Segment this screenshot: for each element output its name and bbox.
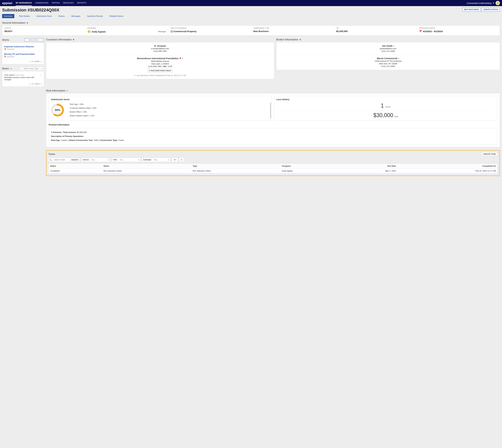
- external-link-icon[interactable]: ⤢: [182, 58, 183, 60]
- subtype-value: New Business: [253, 30, 332, 32]
- note-author: Andy Appian: [4, 74, 14, 76]
- tasks-panel: Tasks CREATE TASK 🔍 SEARCH STATUS Any ▾ …: [46, 150, 500, 176]
- premise-info: 1 Premises | Total Amount: $5,000,000 De…: [49, 128, 497, 144]
- update-status-button[interactable]: UPDATE STATUS: [482, 8, 500, 12]
- nav-submissions[interactable]: SUBMISSIONS: [35, 0, 49, 6]
- chevron-down-icon: ▾: [107, 159, 110, 161]
- refresh-icon: ⟳: [149, 70, 150, 72]
- notes-type-select[interactable]: --- Select Notes Type ---▾: [20, 67, 44, 70]
- assignee-value: Andy Appian: [92, 30, 106, 33]
- status-label: STATUS: [4, 27, 83, 29]
- page-title: Submission #SUB0224Q00X: [2, 8, 59, 13]
- tab-risk-details[interactable]: Risk Details: [17, 14, 32, 18]
- external-link-icon[interactable]: ⤢: [67, 90, 68, 92]
- nav-reports[interactable]: REPORTS: [77, 0, 86, 6]
- note-body: Reviewed sanction screen result with man…: [4, 76, 39, 81]
- refresh-icon[interactable]: ⟳: [179, 158, 184, 162]
- col-name[interactable]: Name: [102, 164, 191, 169]
- claims-count: 1: [381, 102, 384, 109]
- filter-status[interactable]: STATUS Any ▾: [81, 158, 110, 162]
- kebab-icon[interactable]: ⋮: [39, 74, 42, 76]
- avatar[interactable]: 🙂: [496, 1, 500, 5]
- nav-links: MY WORKBENCH SUBMISSIONS PARTIES MESSAGE…: [16, 0, 86, 6]
- check-icon: ✔: [134, 74, 136, 77]
- logo: appian: [2, 1, 12, 5]
- tab-related-actions[interactable]: Related Actions: [108, 14, 125, 18]
- pencil-icon[interactable]: ✎: [300, 39, 301, 41]
- notes-heading: Notes: [2, 67, 9, 70]
- nav-messages[interactable]: MESSAGES: [63, 0, 74, 6]
- calendar-icon: 📅: [4, 56, 6, 58]
- task-search-button[interactable]: SEARCH: [69, 158, 80, 162]
- dates-label: PROPOSED DATES: [419, 27, 498, 29]
- customer-contact-name: E. Arnaout: [46, 45, 274, 47]
- col-assignee[interactable]: Assignee: [280, 164, 340, 169]
- task-search-input[interactable]: [53, 158, 69, 162]
- tenant-name[interactable]: Connected Underwriting: [467, 2, 491, 4]
- broker-contact-name: Joe Dodd: [382, 45, 392, 47]
- tabs: Summary Risk Details Submission Docs His…: [2, 14, 500, 18]
- chevron-down-icon: ▾: [42, 39, 43, 41]
- plus-icon[interactable]: ＋: [10, 67, 12, 70]
- pencil-icon[interactable]: ✎: [73, 39, 74, 41]
- nav-my-workbench[interactable]: MY WORKBENCH: [16, 0, 32, 6]
- reassign-link[interactable]: Reassign: [158, 31, 166, 33]
- broker-org-name: Marsh Commercial: [377, 57, 397, 60]
- customer-card: E. Arnaout e.arnaout@test.com (123) 456-…: [46, 42, 274, 79]
- pencil-icon[interactable]: ✎: [27, 22, 28, 24]
- col-due[interactable]: Due Date: [340, 164, 398, 169]
- alerts-pager[interactable]: « ‹ 1 - 2 of 2 › »: [4, 60, 42, 63]
- risk-card: Submission Score 59% Roof Age = 18% Cust…: [46, 93, 500, 147]
- alerts-select[interactable]: --- Select Alerts ---▾: [24, 38, 44, 42]
- tab-history[interactable]: History: [57, 14, 66, 18]
- note-item: Andy Appian 6 Hours Ago Reviewed sanctio…: [4, 73, 42, 81]
- external-link-icon[interactable]: ⤢: [398, 58, 399, 60]
- col-completed[interactable]: Completed On: [398, 164, 498, 169]
- customer-contact-email: e.arnaout@test.com: [46, 48, 274, 50]
- tab-submission-docs[interactable]: Submission Docs: [34, 14, 53, 18]
- paid-amount: $30,000: [373, 112, 393, 118]
- task-search: 🔍 SEARCH: [48, 158, 80, 162]
- subtype-label: SUBMISSION TYPE: [253, 27, 332, 29]
- building-icon: 🏢: [170, 30, 172, 33]
- run-sanctions-button[interactable]: ⟳ RUN SANCTIONS CHECK: [147, 69, 173, 73]
- score-factor-list: Roof Age = 18% Customer Address State = …: [67, 102, 96, 118]
- filter-icon[interactable]: ▼▾: [172, 158, 178, 162]
- loss-history-card: Loss History 1 claims $30,000 paid: [274, 96, 497, 121]
- tasks-table: Status Name Type Assignee Due Date Compl…: [48, 163, 498, 173]
- customer-heading: Customer Information: [46, 38, 72, 41]
- filter-type[interactable]: TYPE Any ▾: [111, 158, 140, 162]
- risk-heading: Risk Information: [46, 89, 65, 92]
- create-task-button[interactable]: CREATE TASK: [481, 152, 498, 156]
- avatar-icon: 🙂: [87, 30, 91, 33]
- notes-pager[interactable]: « ‹ 1 - 1 of 1 › »: [4, 83, 42, 85]
- tiv-label: TIV: [336, 27, 415, 29]
- tab-sanctions-results[interactable]: Sanctions Results: [85, 14, 105, 18]
- edit-watchers-button[interactable]: EDIT WATCHERS: [462, 8, 481, 12]
- scrollbar[interactable]: [270, 102, 271, 118]
- alert-item: Duplicate Submission Detected 📅2/24/2023: [4, 44, 42, 52]
- dates-value: 4/1/2023 - 4/1/2024: [423, 30, 443, 33]
- alert-title[interactable]: Missing TIV and Proposed Dates: [4, 53, 42, 55]
- score-value: 59%: [51, 104, 64, 117]
- tiv-value: $5,200,000: [336, 30, 415, 32]
- chevron-down-icon[interactable]: ▾: [493, 2, 494, 4]
- alert-title[interactable]: Duplicate Submission Detected: [4, 46, 42, 48]
- nav-parties[interactable]: PARTIES: [52, 0, 60, 6]
- score-donut: 59%: [51, 104, 64, 117]
- last-sanctions-check: Last Sanctions Check Completed On Feb 24…: [136, 74, 186, 77]
- tab-summary[interactable]: Summary: [2, 14, 14, 18]
- filter-assignee[interactable]: ASSIGNEE Any ▾: [142, 158, 171, 162]
- col-status[interactable]: Status: [49, 164, 102, 169]
- external-link-icon[interactable]: ⤢: [393, 45, 394, 47]
- customer-org-name: Benevolence International Foundation: [137, 57, 179, 60]
- lob-value: Commercial Property: [173, 30, 197, 33]
- assignee-label: ASSIGNEE: [87, 27, 166, 29]
- general-info-card: STATUS READY ASSIGNEE 🙂 Andy Appian Reas…: [2, 25, 500, 35]
- alerts-heading: Alerts: [2, 39, 9, 41]
- col-type[interactable]: Type: [191, 164, 280, 169]
- general-info-heading: General Information ✎: [2, 21, 500, 24]
- tasks-heading: Tasks: [48, 153, 55, 156]
- tab-messages[interactable]: Messages: [69, 14, 82, 18]
- status-value: READY: [4, 30, 83, 32]
